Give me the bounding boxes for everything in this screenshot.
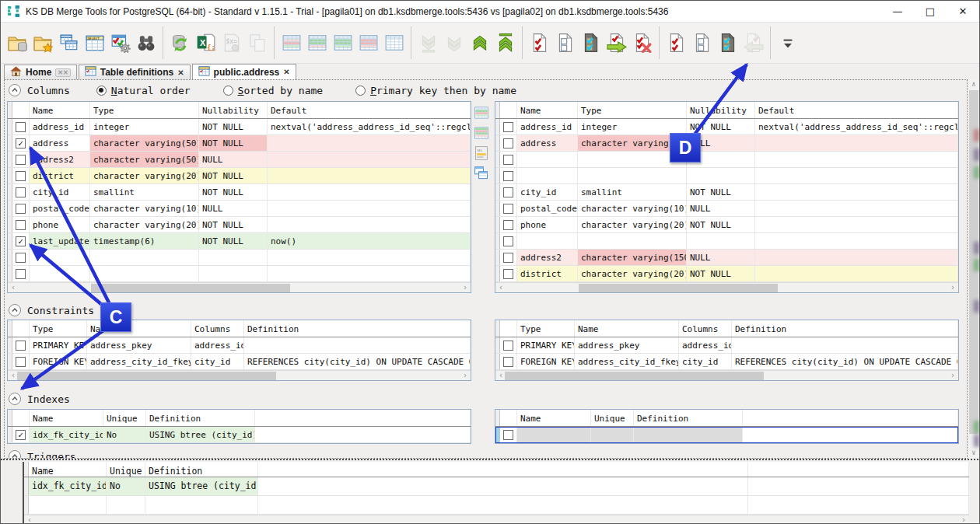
minimize-button[interactable]: — (881, 1, 914, 23)
table-definitions-icon[interactable] (56, 28, 82, 58)
scroll-right-icon[interactable]: › (950, 372, 955, 379)
tab-close-icon[interactable]: ✕ (177, 68, 184, 77)
table-row[interactable]: ✓idx_fk_city_idNoUSING btree (city_id) (8, 427, 471, 443)
table-row[interactable] (8, 266, 471, 282)
alter-script-icon[interactable]: SEL (474, 145, 490, 161)
row-checkbox[interactable] (503, 357, 513, 367)
table-row[interactable]: address_idintegerNOT NULLnextval('addres… (495, 119, 958, 135)
vertical-scrollbar[interactable]: ∧ ∨ (968, 79, 979, 458)
column-header[interactable] (258, 462, 748, 477)
compare-options-icon[interactable] (107, 28, 133, 58)
column-header[interactable]: Default (268, 102, 471, 118)
column-header[interactable]: Columns (191, 320, 244, 337)
collapse-columns-button[interactable] (9, 84, 21, 96)
move-top-icon[interactable] (492, 28, 518, 58)
scroll-left-icon[interactable]: ‹ (27, 516, 32, 524)
collapse-triggers-button[interactable] (9, 450, 21, 458)
row-checkbox[interactable] (16, 187, 26, 197)
horizontal-scroll-thumb[interactable] (505, 372, 764, 380)
row-checkbox[interactable] (16, 341, 26, 351)
column-header[interactable]: Name (30, 410, 103, 426)
row-checkbox[interactable] (16, 171, 26, 181)
column-header[interactable]: Definition (634, 410, 743, 426)
row-checkbox[interactable] (16, 253, 26, 263)
column-header[interactable] (743, 410, 958, 426)
check-all-left-icon[interactable] (527, 28, 552, 58)
maximize-button[interactable]: □ (914, 1, 947, 23)
scroll-right-icon[interactable]: › (950, 284, 955, 292)
horizontal-scrollbar[interactable]: ‹› (8, 282, 471, 292)
table-row[interactable]: addresscharacter varying(50)NULL (495, 135, 958, 152)
horizontal-scrollbar[interactable]: ‹› (495, 282, 958, 292)
table-row[interactable] (495, 152, 958, 168)
row-checkbox[interactable] (503, 138, 513, 148)
row-checkbox[interactable] (503, 122, 513, 132)
apply-checked-right-icon[interactable] (604, 28, 629, 58)
column-header[interactable]: Type (30, 320, 87, 337)
column-header[interactable]: Nullability (199, 102, 268, 118)
column-header[interactable]: Definition (145, 462, 258, 477)
radio-natural-order[interactable]: Natural order (96, 85, 191, 96)
row-checkbox[interactable] (503, 430, 513, 440)
row-checkbox[interactable] (16, 122, 26, 132)
scroll-left-icon[interactable]: ‹ (499, 372, 503, 379)
table-row[interactable]: postal_codecharacter varying(10)NULL (8, 201, 471, 217)
scroll-left-icon[interactable]: ‹ (11, 284, 16, 292)
tab-public-address[interactable]: public.address✕ (192, 64, 296, 79)
scroll-right-icon[interactable]: › (961, 516, 966, 524)
row-checkbox[interactable] (503, 236, 513, 246)
table-row[interactable]: address2character varying(50)NULL (8, 152, 471, 168)
table-row[interactable]: postal_codecharacter varying(10)NULL (495, 201, 958, 217)
diff-grid-icon[interactable] (474, 124, 490, 141)
table-row[interactable]: PRIMARY KEYaddress_pkeyaddress_id (8, 337, 471, 354)
table-row[interactable]: FOREIGN KEYaddress_city_id_fkeycity_idRE… (495, 354, 958, 370)
row-checkbox[interactable] (503, 171, 513, 181)
scroll-up-icon[interactable]: ∧ (968, 79, 979, 89)
column-header[interactable]: Unique (103, 410, 146, 426)
row-checkbox[interactable] (503, 341, 513, 351)
row-checkbox[interactable] (16, 204, 26, 214)
table-row[interactable]: phonecharacter varying(20)NOT NULL (495, 217, 958, 233)
column-header[interactable]: Unique (591, 410, 634, 426)
radio-sorted-by-name[interactable]: Sorted by name (223, 85, 324, 96)
horizontal-scroll-thumb[interactable] (579, 284, 778, 292)
export-excel-icon[interactable]: X{;} (193, 28, 219, 58)
scroll-left-icon[interactable]: ‹ (499, 284, 503, 292)
column-header[interactable]: Definition (732, 320, 958, 337)
row-checkbox[interactable] (16, 269, 26, 279)
open-recent-icon[interactable] (30, 28, 56, 58)
table-row[interactable]: city_idsmallintNOT NULL (495, 184, 958, 201)
select-data-icon[interactable]: SELECT (82, 28, 107, 58)
column-header[interactable]: Type (90, 102, 199, 118)
table-row[interactable]: city_idsmallintNOT NULL (8, 184, 471, 201)
table-row[interactable]: PRIMARY KEYaddress_pkeyaddress_id (495, 337, 958, 354)
table-row[interactable]: address2character varying(150)NULL (495, 250, 958, 266)
invert-checks-right-icon[interactable] (715, 28, 740, 58)
toolbar-overflow-icon[interactable] (775, 28, 800, 58)
collapse-indexes-button[interactable] (9, 393, 21, 405)
uncheck-all-left-icon[interactable] (552, 28, 578, 58)
table-row[interactable]: districtcharacter varying(20)NOT NULL (8, 168, 471, 184)
horizontal-scroll-thumb[interactable] (91, 284, 290, 292)
refresh-icon[interactable] (167, 28, 193, 58)
table-row[interactable]: idx_fk_city_idNoUSING btree (city_id) (24, 477, 969, 496)
find-icon[interactable] (133, 28, 159, 58)
scroll-down-icon[interactable]: ∨ (968, 448, 979, 458)
clear-checks-left-icon[interactable] (629, 28, 655, 58)
column-header[interactable]: Name (575, 320, 679, 337)
column-header[interactable] (255, 410, 471, 426)
filter-identical-icon[interactable] (381, 28, 407, 58)
table-row[interactable] (8, 250, 471, 266)
tab-home[interactable]: Home✕✕ (4, 65, 77, 79)
table-row[interactable]: districtcharacter varying(20)NOT NULL (495, 266, 958, 282)
row-checkbox[interactable]: ✓ (16, 236, 26, 246)
table-row[interactable] (495, 233, 958, 250)
tab-close-icon[interactable]: ✕ (283, 68, 289, 76)
row-checkbox[interactable] (503, 155, 513, 165)
column-header[interactable]: Unique (107, 462, 145, 477)
uncheck-all-right-icon[interactable] (689, 28, 715, 58)
filter-different-icon[interactable] (330, 28, 355, 58)
table-row[interactable] (24, 496, 969, 515)
tab-table-definitions[interactable]: Table definitions✕ (79, 65, 191, 79)
table-row[interactable]: ✓last_updatetimestamp(6)NOT NULLnow() (8, 233, 471, 250)
